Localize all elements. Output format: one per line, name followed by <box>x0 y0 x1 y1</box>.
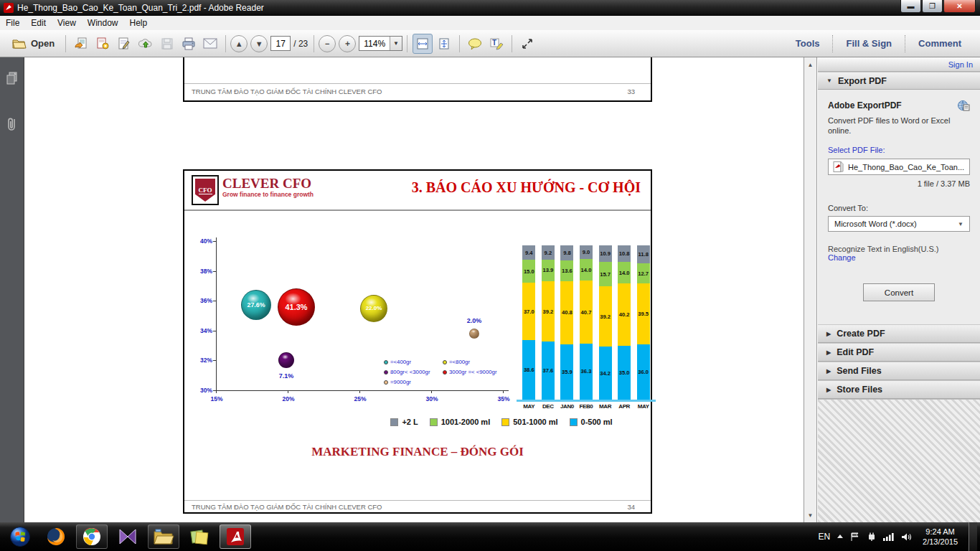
send-file-button[interactable] <box>71 34 91 54</box>
email-button[interactable] <box>200 34 220 54</box>
panel-sections: ▶Create PDF▶Edit PDF▶Send Files▶Store Fi… <box>818 324 980 399</box>
exportpdf-service-icon <box>957 100 970 111</box>
convert-to-label: Convert To: <box>828 204 970 212</box>
legend-square-icon <box>430 418 438 426</box>
power-plug-icon[interactable] <box>867 532 877 542</box>
tab-tools[interactable]: Tools <box>783 35 833 52</box>
tray-expand-icon[interactable] <box>837 534 844 540</box>
fullscreen-button[interactable] <box>517 34 537 54</box>
volume-icon[interactable] <box>901 532 912 542</box>
start-button[interactable] <box>4 524 36 549</box>
sign-in-link[interactable]: Sign In <box>948 60 973 69</box>
window-title: He_Thong_Bao_Cao_Ke_Toan_Quan_Tri_2.pdf … <box>17 3 264 13</box>
selected-file-box[interactable]: He_Thong_Bao_Cao_Ke_Toan... <box>828 159 970 175</box>
close-button[interactable]: ✕ <box>943 0 976 13</box>
language-indicator[interactable]: EN <box>818 532 830 542</box>
taskbar-adobe-reader[interactable] <box>220 524 251 549</box>
menu-edit[interactable]: Edit <box>25 17 52 29</box>
menu-bar: FileEditViewWindowHelp <box>0 16 980 30</box>
bar-segment: 9.0 <box>580 245 593 259</box>
taskbar-sticky-notes[interactable] <box>184 524 215 549</box>
bar-category-label: MAR <box>595 403 616 410</box>
open-button[interactable]: Open <box>6 34 60 54</box>
bar-segment: 9.2 <box>542 245 555 260</box>
tray-time: 9:24 AM <box>923 527 958 537</box>
section-create-pdf[interactable]: ▶Create PDF <box>818 324 980 343</box>
bar-segment: 36.0 <box>637 344 650 400</box>
clock[interactable]: 9:24 AM 2/13/2015 <box>918 527 962 547</box>
separator <box>314 35 314 52</box>
separator <box>225 35 226 52</box>
change-link[interactable]: Change <box>828 253 970 262</box>
bar-segment: 35.0 <box>618 346 631 400</box>
stacked-bar-chart: 38.637.015.09.4MAY37.639.213.99.2DEC35.9… <box>184 171 654 415</box>
zoom-dropdown-arrow[interactable]: ▼ <box>390 37 402 50</box>
taskbar-firefox[interactable] <box>40 524 72 549</box>
taskbar-chrome[interactable] <box>76 524 108 549</box>
menu-view[interactable]: View <box>52 17 82 29</box>
zoom-in-button[interactable]: ＋ <box>339 35 356 52</box>
open-label: Open <box>31 38 55 49</box>
tab-fill-sign[interactable]: Fill & Sign <box>832 35 905 52</box>
select-pdf-file-label[interactable]: Select PDF File: <box>828 146 970 154</box>
menu-window[interactable]: Window <box>82 17 124 29</box>
bar-segment: 39.5 <box>637 283 650 344</box>
cloud-upload-button[interactable] <box>136 34 156 54</box>
attachments-button[interactable] <box>0 113 24 135</box>
convert-button[interactable]: Convert <box>863 283 935 301</box>
selected-file-name: He_Thong_Bao_Cao_Ke_Toan... <box>848 163 964 171</box>
stamp-button[interactable] <box>93 34 113 54</box>
convert-to-dropdown[interactable]: Microsoft Word (*.docx) ▼ <box>828 216 970 232</box>
previous-page-button[interactable]: ▲ <box>230 35 248 52</box>
bar-segment: 37.6 <box>542 342 555 400</box>
scroll-up-arrow[interactable]: ▲ <box>804 59 816 70</box>
legend-square-icon <box>390 418 398 426</box>
separator <box>459 35 460 52</box>
bar-category-label: MAY <box>519 403 540 410</box>
section-edit-pdf[interactable]: ▶Edit PDF <box>818 343 980 362</box>
print-button[interactable] <box>179 34 199 54</box>
triangle-right-icon: ▶ <box>826 368 831 375</box>
sign-button[interactable] <box>114 34 134 54</box>
restore-button[interactable]: ❐ <box>922 0 943 13</box>
bar-segment: 36.3 <box>580 344 593 400</box>
title-bar[interactable]: He_Thong_Bao_Cao_Ke_Toan_Quan_Tri_2.pdf … <box>0 0 980 16</box>
bar-segment: 14.0 <box>618 262 631 283</box>
page-number-input[interactable] <box>270 36 291 51</box>
fit-width-button[interactable] <box>413 34 433 54</box>
bar-segment: 12.7 <box>637 263 650 283</box>
minimize-button[interactable]: ▬ <box>900 0 921 13</box>
show-desktop-button[interactable] <box>969 522 977 551</box>
taskbar-kmplayer[interactable] <box>112 524 143 549</box>
panel-filler <box>818 399 980 522</box>
next-page-button[interactable]: ▼ <box>250 35 268 52</box>
save-button[interactable] <box>157 34 177 54</box>
bar-segment: 39.2 <box>542 281 555 342</box>
taskbar: EN 9:24 AM 2/13/2015 <box>0 522 980 551</box>
page-thumbnails-button[interactable] <box>0 67 24 89</box>
main-area: TRUNG TÂM ĐÀO TẠO GIÁM ĐỐC TÀI CHÍNH CLE… <box>0 57 980 522</box>
bar-segment: 13.9 <box>542 260 555 281</box>
document-canvas[interactable]: TRUNG TÂM ĐÀO TẠO GIÁM ĐỐC TÀI CHÍNH CLE… <box>25 57 803 522</box>
scroll-down-arrow[interactable]: ▼ <box>804 509 816 521</box>
zoom-out-button[interactable]: − <box>319 35 336 52</box>
exportpdf-description: Convert PDF files to Word or Excel onlin… <box>828 116 970 136</box>
menu-help[interactable]: Help <box>124 17 154 29</box>
fit-page-button[interactable] <box>434 34 454 54</box>
taskbar-explorer[interactable] <box>148 524 179 549</box>
action-center-flag-icon[interactable] <box>850 532 860 542</box>
export-pdf-section-header[interactable]: ▼ Export PDF <box>818 72 980 90</box>
menu-file[interactable]: File <box>0 17 25 29</box>
network-signal-icon[interactable] <box>883 532 895 541</box>
vertical-scrollbar[interactable]: ▲ ▼ <box>804 57 817 522</box>
comment-balloon-button[interactable] <box>465 34 485 54</box>
bar-segment: 37.0 <box>522 283 535 340</box>
tab-comment[interactable]: Comment <box>905 35 974 52</box>
zoom-level-control[interactable]: 114% ▼ <box>359 36 402 51</box>
pdf-page-33: TRUNG TÂM ĐÀO TẠO GIÁM ĐỐC TÀI CHÍNH CLE… <box>183 57 652 102</box>
navigation-pane <box>0 57 24 522</box>
triangle-right-icon: ▶ <box>826 349 831 356</box>
section-store-files[interactable]: ▶Store Files <box>818 380 980 399</box>
section-send-files[interactable]: ▶Send Files <box>818 362 980 380</box>
highlight-text-button[interactable]: T <box>486 34 507 54</box>
